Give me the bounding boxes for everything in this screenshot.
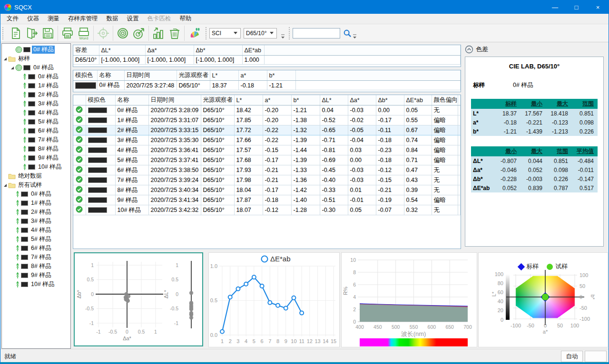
column-header[interactable] [264, 45, 461, 56]
table-row[interactable]: 5# 样品2020/7/25 3:37:41D65/10°17.68-0.17-… [73, 155, 461, 165]
column-header[interactable] [458, 95, 461, 105]
column-header[interactable]: ΔE*ab [404, 95, 432, 105]
table-row[interactable]: 9# 样品2020/7/25 3:41:34D65/10°17.87-0.18-… [73, 195, 461, 205]
column-header[interactable]: 光源观察者 [201, 95, 234, 105]
column-header[interactable]: 颜色偏向 [432, 95, 458, 105]
table-row[interactable]: 0# 样品2020/7/25 3:28:09D65/10°18.42-0.20-… [73, 105, 461, 115]
column-header[interactable]: ΔE*ab [242, 45, 264, 56]
mode-select[interactable]: SCI [209, 28, 241, 38]
reflectance-chart[interactable]: 0246810400450500550600650700波长(nm)R% [341, 252, 477, 347]
table-row[interactable]: 6# 样品2020/7/25 3:38:50D65/10°17.93-0.21-… [73, 165, 461, 175]
new-document-button[interactable] [8, 25, 24, 41]
column-header[interactable]: 容差 [73, 45, 99, 56]
column-header[interactable]: L* [234, 95, 263, 105]
column-header[interactable]: 日期时间 [124, 70, 177, 81]
menu-item[interactable]: 仪器 [23, 14, 43, 24]
tree-item[interactable]: 标样 [2, 54, 70, 63]
column-header[interactable]: ΔL* [320, 95, 348, 105]
tree-item[interactable]: 0# 样品 [2, 63, 70, 72]
column-header[interactable]: ΔL* [99, 45, 145, 56]
tree-item[interactable]: 3# 样品 [2, 99, 70, 108]
tree-item[interactable]: 4# 样品 [2, 226, 70, 235]
column-header[interactable]: 模拟色 [73, 70, 97, 81]
calibration-rings-button[interactable] [115, 25, 131, 41]
table-row[interactable]: 0# 样品2020/7/25 3:27:48D65/10°18.37-0.18-… [73, 81, 461, 90]
printer-button[interactable] [59, 25, 76, 41]
tree-item[interactable]: 所有试样 [2, 181, 70, 190]
tree-item[interactable]: 8# 样品 [2, 262, 70, 271]
menu-item[interactable]: 文件 [2, 14, 23, 24]
table-row[interactable]: 7# 样品2020/7/25 3:39:24D65/10°17.98-0.21-… [73, 175, 461, 185]
menu-item[interactable]: 设置 [123, 14, 143, 24]
minimize-button[interactable]: — [544, 0, 566, 14]
column-header[interactable]: Δa* [348, 95, 376, 105]
tree-item[interactable]: 1# 样品 [2, 81, 70, 90]
menu-item[interactable]: 帮助 [176, 14, 196, 24]
table-row[interactable]: 4# 样品2020/7/25 3:36:41D65/10°17.57-0.15-… [73, 145, 461, 155]
toolbar-overflow-icon[interactable] [353, 34, 357, 39]
table-row[interactable]: 1# 样品2020/7/25 3:31:07D65/10°17.85-0.20-… [73, 115, 461, 125]
column-header[interactable]: b* [291, 95, 320, 105]
illuminant-select[interactable]: D65/10° [244, 28, 277, 38]
column-header[interactable]: b* [267, 70, 295, 81]
collapse-chevron-up-icon[interactable] [465, 45, 473, 54]
table-row[interactable]: 3# 样品2020/7/25 3:35:30D65/10°17.66-0.22-… [73, 135, 461, 145]
tree-item[interactable]: 5# 样品 [2, 117, 70, 126]
tree-item[interactable]: 1# 样品 [2, 199, 70, 208]
column-header[interactable]: 名称 [115, 95, 148, 105]
tree-item[interactable]: 绝对数据 [2, 172, 70, 181]
table-row[interactable]: 10# 样品2020/7/25 3:42:32D65/10°18.07-0.12… [73, 205, 461, 215]
tree-item[interactable]: 4# 样品 [2, 108, 70, 117]
printer-word-button[interactable]: Word [76, 25, 92, 41]
tree-item[interactable]: 0# 样品 [2, 45, 70, 54]
tree-item[interactable]: 2# 样品 [2, 208, 70, 217]
export-door-button[interactable] [24, 25, 40, 41]
tree-item[interactable]: 3# 样品 [2, 217, 70, 226]
tree-item[interactable]: 6# 样品 [2, 244, 70, 253]
table-row[interactable]: D65/10°[-1.000, 1.000][-1.000, 1.000][-1… [73, 56, 461, 65]
tree-item[interactable]: 10# 样品 [2, 280, 70, 289]
column-header[interactable]: a* [263, 95, 291, 105]
color-fan-binoculars-button[interactable] [186, 25, 202, 41]
close-button[interactable]: × [587, 0, 609, 14]
toolbar-overflow-icon[interactable] [281, 34, 285, 39]
lab-gamut-chart[interactable]: 100500-50-100-100-50050100a*b*1008060402… [478, 252, 608, 347]
column-header[interactable] [295, 70, 461, 81]
tree-item[interactable]: 8# 样品 [2, 144, 70, 153]
search-icon[interactable] [343, 29, 352, 38]
menu-item[interactable]: 存样库管理 [64, 14, 102, 24]
auto-button[interactable]: 自动 [561, 351, 583, 362]
bar-chart-button[interactable] [150, 25, 167, 41]
column-header[interactable]: a* [238, 70, 267, 81]
column-header[interactable] [73, 95, 86, 105]
save-floppy-button[interactable] [40, 25, 56, 41]
tree-expander-icon[interactable] [4, 184, 7, 187]
menu-item[interactable]: 数据 [102, 14, 123, 24]
column-header[interactable]: Δa* [145, 45, 194, 56]
tree-item[interactable]: 6# 样品 [2, 126, 70, 135]
column-header[interactable]: 模拟色 [86, 95, 115, 105]
menu-item[interactable]: 测量 [43, 14, 64, 24]
target-arrow-button[interactable] [131, 25, 147, 41]
tree-item[interactable]: 5# 样品 [2, 235, 70, 244]
column-header[interactable]: Δb* [194, 45, 242, 56]
trash-button[interactable] [167, 25, 183, 41]
tree-item[interactable]: 2# 样品 [2, 90, 70, 99]
delta-ab-scatter-chart[interactable]: -1-0.500.5110.50-0.5-1Δb*Δa*10.50-0.5-1Δ… [74, 252, 203, 346]
maximize-button[interactable]: □ [566, 0, 587, 14]
tree-item[interactable]: 7# 样品 [2, 135, 70, 144]
column-header[interactable]: 日期时间 [148, 95, 201, 105]
tree-expander-icon[interactable] [4, 57, 7, 60]
delta-e-line-chart[interactable]: 1234567891011121314150.00.51.0ΔE*ab [208, 252, 340, 347]
search-input[interactable] [293, 28, 340, 38]
column-header[interactable]: 名称 [97, 70, 124, 81]
tree-item[interactable]: 0# 样品 [2, 190, 70, 199]
tree-expander-icon[interactable] [11, 67, 14, 69]
tree-item[interactable]: 7# 样品 [2, 253, 70, 262]
tree-item[interactable]: 9# 样品 [2, 153, 70, 163]
tree-item[interactable]: 9# 样品 [2, 271, 70, 280]
tree-item[interactable]: 0# 样品 [2, 72, 70, 81]
table-row[interactable]: 8# 样品2020/7/25 3:40:34D65/10°18.04-0.17-… [73, 185, 461, 195]
column-header[interactable]: L* [210, 70, 238, 81]
column-header[interactable]: Δb* [376, 95, 404, 105]
